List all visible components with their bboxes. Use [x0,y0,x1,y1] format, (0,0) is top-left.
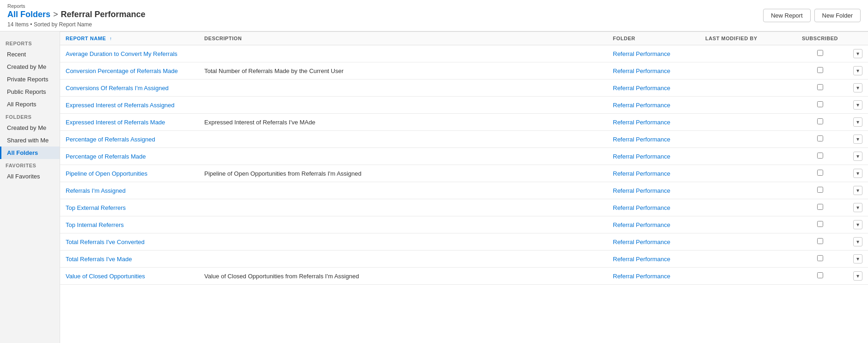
col-header-report-name[interactable]: REPORT NAME ↑ [60,32,199,45]
row-actions-dropdown[interactable]: ▾ [853,203,862,212]
subscribed-cell [792,148,848,165]
folder-link[interactable]: Referral Performance [613,187,670,194]
sidebar-item-all-reports[interactable]: All Reports [0,98,60,110]
breadcrumb-parent[interactable]: All Folders [7,10,50,19]
col-header-folder: FOLDER [607,32,700,45]
row-actions-dropdown[interactable]: ▾ [853,135,862,144]
report-name-link[interactable]: Referrals I'm Assigned [66,187,126,194]
subscribed-checkbox[interactable] [817,170,823,176]
report-name-cell: Total Referrals I've Converted [60,233,199,251]
sidebar-item-created-by-me-folders[interactable]: Created by Me [0,122,60,134]
description-cell [199,233,607,251]
subscribed-checkbox[interactable] [817,67,823,73]
actions-cell: ▾ [848,165,868,182]
report-name-cell: Expressed Interest of Referrals Assigned [60,97,199,114]
last-modified-cell [700,251,792,268]
folder-link[interactable]: Referral Performance [613,50,670,57]
folder-link[interactable]: Referral Performance [613,136,670,143]
row-actions-dropdown[interactable]: ▾ [853,117,862,127]
row-actions-dropdown[interactable]: ▾ [853,66,862,75]
description-cell: Value of Closed Opportunities from Refer… [199,268,607,285]
subscribed-checkbox[interactable] [817,221,823,227]
report-name-cell: Conversions Of Referrals I'm Assigned [60,80,199,97]
folder-link[interactable]: Referral Performance [613,204,670,211]
actions-cell: ▾ [848,62,868,80]
subscribed-checkbox[interactable] [817,153,823,159]
actions-cell: ▾ [848,268,868,285]
subscribed-checkbox[interactable] [817,118,823,124]
subscribed-checkbox[interactable] [817,255,823,261]
sidebar-item-private-reports[interactable]: Private Reports [0,73,60,86]
actions-cell: ▾ [848,114,868,131]
report-name-link[interactable]: Top External Referrers [66,204,126,211]
subscribed-checkbox[interactable] [817,50,823,56]
col-header-description: DESCRIPTION [199,32,607,45]
report-name-link[interactable]: Expressed Interest of Referrals Made [66,119,165,126]
subscribed-checkbox[interactable] [817,238,823,244]
last-modified-cell [700,165,792,182]
subscribed-checkbox[interactable] [817,135,823,141]
folder-link[interactable]: Referral Performance [613,221,670,228]
sidebar-item-shared-with-me[interactable]: Shared with Me [0,134,60,147]
description-cell [199,45,607,62]
sidebar-item-recent[interactable]: Recent [0,48,60,61]
main-layout: REPORTS Recent Created by Me Private Rep… [0,31,868,343]
sidebar-item-all-folders[interactable]: All Folders [0,147,60,159]
subscribed-cell [792,97,848,114]
folder-link[interactable]: Referral Performance [613,119,670,126]
folder-cell: Referral Performance [607,62,700,80]
new-folder-button[interactable]: New Folder [814,9,861,22]
folder-link[interactable]: Referral Performance [613,153,670,160]
report-name-link[interactable]: Expressed Interest of Referrals Assigned [66,102,175,109]
actions-cell: ▾ [848,199,868,216]
report-name-cell: Value of Closed Opportunities [60,268,199,285]
description-cell [199,182,607,199]
report-name-link[interactable]: Percentage of Referrals Assigned [66,136,155,143]
report-name-link[interactable]: Value of Closed Opportunities [66,273,145,280]
row-actions-dropdown[interactable]: ▾ [853,169,862,178]
folder-link[interactable]: Referral Performance [613,67,670,74]
row-actions-dropdown[interactable]: ▾ [853,186,862,195]
sidebar-item-public-reports[interactable]: Public Reports [0,86,60,98]
row-actions-dropdown[interactable]: ▾ [853,237,862,246]
subscribed-checkbox[interactable] [817,101,823,107]
description-cell [199,148,607,165]
row-actions-dropdown[interactable]: ▾ [853,152,862,161]
report-name-link[interactable]: Average Duration to Convert My Referrals [66,50,177,57]
report-name-link[interactable]: Percentage of Referrals Made [66,153,146,160]
folder-link[interactable]: Referral Performance [613,85,670,92]
folder-link[interactable]: Referral Performance [613,239,670,245]
row-actions-dropdown[interactable]: ▾ [853,220,862,229]
report-name-cell: Top Internal Referrers [60,216,199,233]
report-name-link[interactable]: Conversion Percentage of Referrals Made [66,67,178,74]
report-name-link[interactable]: Total Referrals I've Converted [66,239,145,245]
report-name-link[interactable]: Pipeline of Open Opportunities [66,170,147,177]
folder-link[interactable]: Referral Performance [613,102,670,109]
sidebar-item-all-favorites[interactable]: All Favorites [0,170,60,183]
row-actions-dropdown[interactable]: ▾ [853,83,862,92]
table-row: Top External Referrers Referral Performa… [60,199,868,216]
report-name-link[interactable]: Top Internal Referrers [66,221,124,228]
folder-link[interactable]: Referral Performance [613,273,670,280]
row-actions-dropdown[interactable]: ▾ [853,254,862,263]
actions-cell: ▾ [848,216,868,233]
folders-section-label: FOLDERS [0,110,60,122]
last-modified-cell [700,182,792,199]
report-name-link[interactable]: Conversions Of Referrals I'm Assigned [66,85,169,92]
row-actions-dropdown[interactable]: ▾ [853,271,862,281]
sidebar-item-created-by-me-reports[interactable]: Created by Me [0,61,60,73]
last-modified-cell [700,45,792,62]
table-row: Conversions Of Referrals I'm Assigned Re… [60,80,868,97]
subscribed-checkbox[interactable] [817,187,823,193]
folder-link[interactable]: Referral Performance [613,170,670,177]
new-report-button[interactable]: New Report [763,9,811,22]
subscribed-checkbox[interactable] [817,84,823,90]
row-actions-dropdown[interactable]: ▾ [853,49,862,58]
report-name-link[interactable]: Total Referrals I've Made [66,256,132,263]
actions-cell: ▾ [848,182,868,199]
reports-table: REPORT NAME ↑ DESCRIPTION FOLDER LAST MO… [60,31,868,285]
row-actions-dropdown[interactable]: ▾ [853,100,862,110]
folder-link[interactable]: Referral Performance [613,256,670,263]
subscribed-checkbox[interactable] [817,272,823,278]
subscribed-checkbox[interactable] [817,204,823,210]
